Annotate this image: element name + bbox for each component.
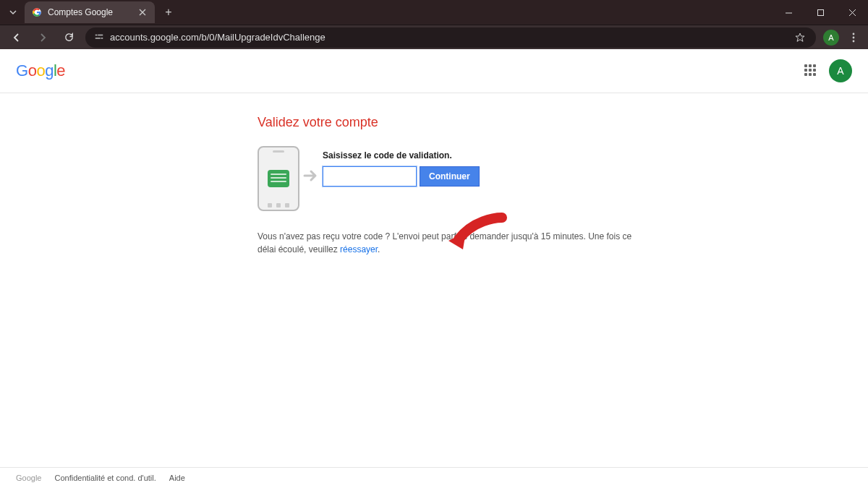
tab-favicon-icon [32, 7, 42, 17]
footer-link-google[interactable]: Google [16, 474, 41, 482]
url-bar[interactable]: accounts.google.com/b/0/MailUpgradeIdvCh… [85, 27, 816, 48]
svg-rect-4 [95, 38, 101, 39]
footer-link-privacy[interactable]: Confidentialité et cond. d'util. [54, 474, 156, 482]
content: Validez votre compte Saisissez le code d… [0, 93, 868, 467]
footer-link-help[interactable]: Aide [169, 474, 185, 482]
svg-point-6 [853, 33, 855, 35]
forward-button[interactable] [33, 28, 52, 47]
browser-menu-button[interactable] [846, 33, 861, 43]
browser-profile-avatar[interactable]: A [823, 30, 839, 46]
reload-button[interactable] [59, 28, 78, 47]
help-text-suffix: . [378, 244, 380, 254]
site-settings-icon[interactable] [94, 33, 104, 43]
tab-close-button[interactable] [137, 7, 148, 17]
continue-button[interactable]: Continuer [420, 166, 480, 187]
window-controls [773, 1, 868, 23]
page: Google A Validez votre compte [0, 49, 868, 488]
retry-link[interactable]: réessayer [340, 244, 378, 254]
bookmark-star-icon[interactable] [793, 30, 807, 45]
browser-chrome: Comptes Google + accounts.google.com/b/0… [0, 0, 868, 49]
google-logo[interactable]: Google [16, 61, 65, 80]
browser-tab[interactable]: Comptes Google [25, 1, 155, 23]
page-title: Validez votre compte [258, 115, 619, 130]
help-text-prefix: Vous n'avez pas reçu votre code ? L'envo… [258, 231, 631, 254]
apps-grid-icon[interactable] [804, 64, 817, 77]
url-text: accounts.google.com/b/0/MailUpgradeIdvCh… [110, 32, 326, 43]
svg-point-8 [853, 40, 855, 42]
tab-search-button[interactable] [6, 5, 20, 20]
sms-bubble-icon [268, 170, 289, 187]
page-header: Google A [0, 49, 868, 93]
arrow-right-icon [302, 169, 320, 182]
help-text: Vous n'avez pas reçu votre code ? L'envo… [258, 230, 634, 256]
address-bar: accounts.google.com/b/0/MailUpgradeIdvCh… [0, 25, 868, 49]
svg-rect-5 [101, 38, 103, 39]
account-avatar[interactable]: A [829, 59, 852, 82]
verification-code-input[interactable] [323, 166, 417, 187]
minimize-button[interactable] [773, 1, 804, 23]
svg-rect-2 [95, 34, 98, 35]
back-button[interactable] [7, 28, 26, 47]
code-input-label: Saisissez le code de validation. [323, 150, 619, 160]
svg-rect-1 [817, 9, 823, 15]
svg-rect-3 [98, 34, 103, 35]
svg-point-7 [853, 36, 855, 38]
close-window-button[interactable] [836, 1, 868, 23]
tab-title: Comptes Google [48, 7, 132, 17]
phone-illustration-icon [258, 146, 299, 211]
maximize-button[interactable] [804, 1, 836, 23]
tab-bar: Comptes Google + [0, 0, 868, 25]
page-footer: Google Confidentialité et cond. d'util. … [0, 467, 868, 488]
new-tab-button[interactable]: + [159, 3, 178, 22]
